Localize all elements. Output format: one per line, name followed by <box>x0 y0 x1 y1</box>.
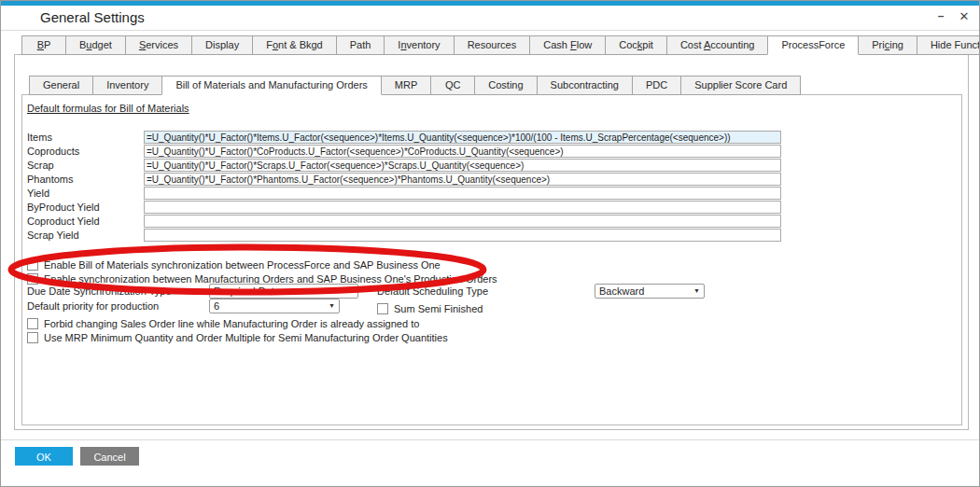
formula-input-yield[interactable] <box>144 187 781 200</box>
enable-mo-sync-row: Enable synchronization between Manufactu… <box>27 270 497 283</box>
formula-row: Phantoms <box>1 173 979 187</box>
section-heading: Default formulas for Bill of Materials <box>27 103 189 114</box>
formula-label-coproduct-yield: Coproduct Yield <box>27 215 100 228</box>
tab-pdc[interactable]: PDC <box>632 76 681 95</box>
tab-cost-accounting[interactable]: Cost Accounting <box>666 35 769 55</box>
enable-mo-sync-label: Enable synchronization between Manufactu… <box>44 273 497 285</box>
forbid-sales-order-change-checkbox[interactable] <box>27 318 38 329</box>
formula-row: Coproduct Yield <box>1 215 979 229</box>
sum-semi-finished-checkbox[interactable] <box>377 303 388 314</box>
formula-label-coproducts: Coproducts <box>27 145 79 158</box>
tab-budget[interactable]: Budget <box>65 35 126 55</box>
enable-bom-sync-label: Enable Bill of Materials synchronization… <box>44 259 441 271</box>
enable-bom-sync-checkbox[interactable] <box>27 259 38 271</box>
forbid-sales-order-change-label: Forbid changing Sales Order line while M… <box>44 318 419 329</box>
formula-label-byproduct-yield: ByProduct Yield <box>27 201 100 214</box>
formula-row: Coproducts <box>1 145 979 159</box>
formula-label-scrap: Scrap <box>27 159 54 172</box>
priority-dropdown[interactable]: 6 ▼ <box>209 299 340 313</box>
scheduling-type-dropdown[interactable]: Backward ▼ <box>595 284 705 299</box>
use-mrp-min-qty-row: Use MRP Minimum Quantity and Order Multi… <box>27 328 448 341</box>
tab-cash-flow[interactable]: Cash Flow <box>529 35 606 55</box>
tab-bill-of-materials-and-manufacturing-orders[interactable]: Bill of Materials and Manufacturing Orde… <box>161 76 381 95</box>
close-button[interactable]: ✕ <box>954 7 974 25</box>
window-title: General Settings <box>40 6 145 30</box>
tab-hide-functions[interactable]: Hide Functions <box>917 35 980 55</box>
priority-value: 6 <box>214 299 219 313</box>
tab-mrp[interactable]: MRP <box>381 76 431 95</box>
sum-semi-finished-label: Sum Semi Finished <box>394 303 483 314</box>
tabs-row-processforce: GeneralInventoryBill of Materials and Ma… <box>29 76 801 95</box>
formula-input-scrap-yield[interactable] <box>144 229 781 242</box>
general-settings-window: General Settings – ✕ BPBudgetServicesDis… <box>0 0 980 487</box>
tab-processforce[interactable]: ProcessForce <box>767 35 859 55</box>
forbid-sales-order-change-row: Forbid changing Sales Order line while M… <box>27 314 419 327</box>
chevron-down-icon: ▼ <box>693 287 700 294</box>
formula-input-items[interactable] <box>144 131 781 144</box>
cancel-button[interactable]: Cancel <box>80 447 139 466</box>
formula-label-yield: Yield <box>27 187 49 200</box>
scheduling-type-value: Backward <box>599 285 644 298</box>
tab-costing[interactable]: Costing <box>474 76 537 95</box>
use-mrp-min-qty-label: Use MRP Minimum Quantity and Order Multi… <box>44 332 448 343</box>
formula-row: ByProduct Yield <box>1 201 979 215</box>
formula-label-items: Items <box>27 131 52 144</box>
enable-bom-sync-row: Enable Bill of Materials synchronization… <box>27 256 441 269</box>
tab-path[interactable]: Path <box>336 35 385 55</box>
tab-inventory[interactable]: Inventory <box>384 35 454 55</box>
enable-mo-sync-checkbox[interactable] <box>27 273 38 285</box>
titlebar: General Settings <box>1 6 979 31</box>
chevron-down-icon: ▼ <box>329 302 335 309</box>
tabs-row-main: BPBudgetServicesDisplayFont & BkgdPathIn… <box>21 35 980 55</box>
due-date-sync-dropdown[interactable]: Required Date ▼ <box>209 284 358 299</box>
scheduling-type-label: Default Scheduling Type <box>377 285 488 299</box>
due-date-sync-value: Required Date <box>214 285 280 298</box>
formula-label-phantoms: Phantoms <box>27 173 74 186</box>
tab-supplier-score-card[interactable]: Supplier Score Card <box>680 76 801 95</box>
sum-semi-finished-row: Sum Semi Finished <box>377 299 483 313</box>
formula-input-phantoms[interactable] <box>144 173 781 186</box>
formula-row: Items <box>1 131 979 145</box>
formula-input-coproduct-yield[interactable] <box>144 215 781 228</box>
tab-general[interactable]: General <box>29 76 93 95</box>
formula-row: Scrap Yield <box>1 229 979 243</box>
tab-pricing[interactable]: Pricing <box>858 35 917 55</box>
tab-qc[interactable]: QC <box>430 76 475 95</box>
formula-label-scrap-yield: Scrap Yield <box>27 229 79 242</box>
formula-input-scrap[interactable] <box>144 159 781 172</box>
priority-label: Default priority for production <box>27 299 159 313</box>
formula-input-coproducts[interactable] <box>144 145 781 158</box>
tab-cockpit[interactable]: Cockpit <box>605 35 667 55</box>
tab-bp[interactable]: BP <box>21 35 66 55</box>
tab-resources[interactable]: Resources <box>454 35 531 55</box>
tab-display[interactable]: Display <box>191 35 253 55</box>
minimize-button[interactable]: – <box>931 7 951 25</box>
due-date-sync-label: Due Date Synchronization Type <box>27 285 172 299</box>
use-mrp-min-qty-checkbox[interactable] <box>27 332 38 343</box>
formula-row: Scrap <box>1 159 979 173</box>
tab-services[interactable]: Services <box>125 35 192 55</box>
tab-font-bkgd[interactable]: Font & Bkgd <box>252 35 337 55</box>
formula-row: Yield <box>1 187 979 201</box>
chevron-down-icon: ▼ <box>347 287 354 294</box>
tab-subcontracting[interactable]: Subcontracting <box>537 76 633 95</box>
footer-divider <box>1 439 979 440</box>
ok-button[interactable]: OK <box>15 447 73 466</box>
tab-inventory[interactable]: Inventory <box>92 76 162 95</box>
formula-input-byproduct-yield[interactable] <box>144 201 781 214</box>
